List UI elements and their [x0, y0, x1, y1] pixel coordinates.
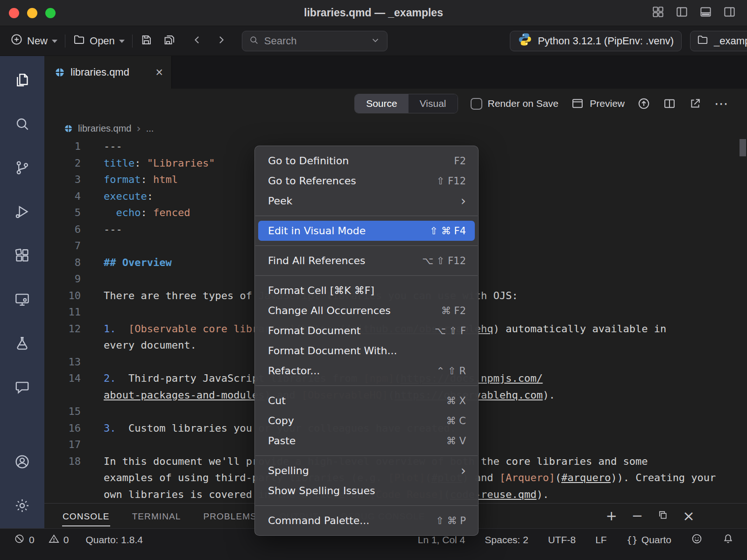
activity-sessions-button[interactable]: [0, 278, 44, 322]
menu-item-edit-in-visual-mode[interactable]: Edit in Visual Mode⇧ ⌘ F4: [258, 221, 475, 241]
project-selector[interactable]: _examples: [690, 31, 747, 51]
activity-search-button[interactable]: [0, 103, 44, 147]
folder-icon: [73, 33, 85, 49]
open-button[interactable]: Open: [73, 33, 125, 49]
git-branch-icon: [14, 160, 30, 178]
menu-item-spelling[interactable]: Spelling›: [255, 461, 478, 481]
panel-tab-problems[interactable]: PROBLEMS: [203, 505, 257, 526]
panel-add-icon[interactable]: +: [606, 509, 617, 523]
encoding[interactable]: UTF-8: [548, 534, 576, 546]
forward-icon[interactable]: [215, 34, 227, 48]
code-text: [81, 238, 104, 254]
problems-status[interactable]: 0 0: [14, 533, 69, 546]
back-icon[interactable]: [191, 34, 203, 48]
line-number: 1: [44, 138, 81, 155]
menu-item-format-document-with[interactable]: Format Document With...: [255, 341, 478, 361]
error-count: 0: [29, 534, 35, 546]
code-text: echo: fenced: [81, 204, 190, 221]
line-number: 6: [44, 221, 81, 238]
toggle-bottom-panel-icon[interactable]: [699, 6, 712, 20]
activity-bar: [0, 56, 44, 528]
interpreter-label: Python 3.12.1 (PipEnv: .venv): [538, 35, 674, 47]
activity-source-control-button[interactable]: [0, 147, 44, 190]
code-text: [81, 304, 104, 321]
breadcrumb-more[interactable]: ...: [146, 123, 154, 134]
line-number: 15: [44, 403, 81, 420]
activity-account-button[interactable]: [0, 441, 44, 484]
menu-item-show-spelling-issues[interactable]: Show Spelling Issues: [255, 481, 478, 501]
menu-item-format-document[interactable]: Format Document⌥ ⇧ F: [255, 321, 478, 341]
new-button[interactable]: New: [10, 33, 57, 49]
titlebar: libraries.qmd — _examples: [0, 0, 747, 26]
preview-button[interactable]: Preview: [571, 97, 625, 110]
activity-explorer-button[interactable]: [0, 59, 44, 103]
customize-layout-icon[interactable]: [652, 6, 664, 20]
line-number: 7: [44, 238, 81, 254]
menu-item-command-palette[interactable]: Command Palette...⇧ ⌘ P: [255, 511, 478, 531]
menu-item-find-all-references[interactable]: Find All References⌥ ⇧ F12: [255, 251, 478, 271]
close-window-button[interactable]: [9, 8, 19, 18]
minimize-window-button[interactable]: [27, 8, 37, 18]
zoom-window-button[interactable]: [45, 8, 56, 18]
preview-label: Preview: [590, 98, 625, 109]
menu-item-refactor[interactable]: Refactor...⌃ ⇧ R: [255, 361, 478, 381]
activity-testing-button[interactable]: [0, 322, 44, 366]
save-all-button[interactable]: [163, 34, 176, 48]
feedback-smiley-icon[interactable]: [691, 533, 703, 547]
account-icon: [14, 454, 30, 472]
panel-restore-icon[interactable]: [657, 510, 668, 522]
activity-settings-button[interactable]: [0, 484, 44, 528]
top-action-bar: New Open Search Python 3.12.1 (PipEnv: .…: [0, 26, 747, 56]
menu-item-go-to-definition[interactable]: Go to DefinitionF2: [255, 151, 478, 171]
toggle-right-sidebar-icon[interactable]: [723, 6, 736, 20]
render-on-save-label: Render on Save: [488, 98, 559, 109]
menu-item-format-cell-k-f[interactable]: Format Cell [⌘K ⌘F]: [255, 280, 478, 301]
indentation[interactable]: Spaces: 2: [485, 534, 528, 546]
panel-tab-console[interactable]: CONSOLE: [62, 505, 110, 526]
tab-label: libraries.qmd: [70, 66, 150, 78]
more-actions-icon[interactable]: ⋯: [714, 99, 728, 108]
cursor-position[interactable]: Ln 1, Col 4: [418, 534, 465, 546]
chevron-right-icon: ›: [136, 122, 141, 134]
play-debug-icon: [14, 203, 30, 222]
activity-chat-button[interactable]: [0, 366, 44, 410]
line-number: 16: [44, 420, 81, 437]
menu-item-paste[interactable]: Paste⌘ V: [255, 431, 478, 451]
breadcrumb-file[interactable]: libraries.qmd: [78, 123, 131, 134]
line-number: 12: [44, 321, 81, 337]
notifications-bell-icon[interactable]: [722, 533, 734, 547]
chevron-down-icon[interactable]: [370, 35, 381, 47]
search-input[interactable]: Search: [242, 31, 388, 51]
save-button[interactable]: [140, 34, 153, 48]
activity-run-debug-button[interactable]: [0, 190, 44, 234]
braces-icon: {}: [627, 534, 638, 546]
visual-mode-button[interactable]: Visual: [409, 94, 458, 113]
tab-libraries-qmd[interactable]: libraries.qmd ×: [44, 56, 172, 89]
render-icon[interactable]: [637, 97, 650, 110]
eol-sequence[interactable]: LF: [595, 534, 607, 546]
toggle-left-sidebar-icon[interactable]: [676, 6, 688, 20]
interpreter-selector[interactable]: Python 3.12.1 (PipEnv: .venv): [510, 31, 682, 51]
menu-item-copy[interactable]: Copy⌘ C: [255, 411, 478, 431]
menu-item-change-all-occurrences[interactable]: Change All Occurrences⌘ F2: [255, 301, 478, 321]
app-window: libraries.qmd — _examples New Open: [0, 0, 747, 560]
split-editor-icon[interactable]: [663, 97, 676, 110]
panel-minimize-icon[interactable]: −: [632, 509, 643, 523]
code-text: every document.: [81, 337, 197, 354]
files-icon: [14, 72, 30, 90]
panel-tab-terminal[interactable]: TERMINAL: [132, 505, 182, 526]
quarto-version[interactable]: Quarto: 1.8.4: [85, 534, 143, 546]
source-mode-button[interactable]: Source: [355, 94, 409, 113]
error-icon: [14, 533, 25, 546]
open-external-icon[interactable]: [689, 97, 702, 110]
render-on-save-checkbox[interactable]: [471, 98, 482, 110]
language-mode[interactable]: {} Quarto: [627, 534, 671, 546]
monitor-icon: [14, 291, 30, 309]
panel-close-icon[interactable]: ×: [683, 509, 695, 523]
menu-item-peek[interactable]: Peek›: [255, 191, 478, 211]
editor-scrollbar[interactable]: [740, 139, 746, 156]
close-tab-icon[interactable]: ×: [155, 66, 163, 79]
menu-item-go-to-references[interactable]: Go to References⇧ F12: [255, 171, 478, 191]
activity-extensions-button[interactable]: [0, 234, 44, 278]
menu-item-cut[interactable]: Cut⌘ X: [255, 391, 478, 411]
